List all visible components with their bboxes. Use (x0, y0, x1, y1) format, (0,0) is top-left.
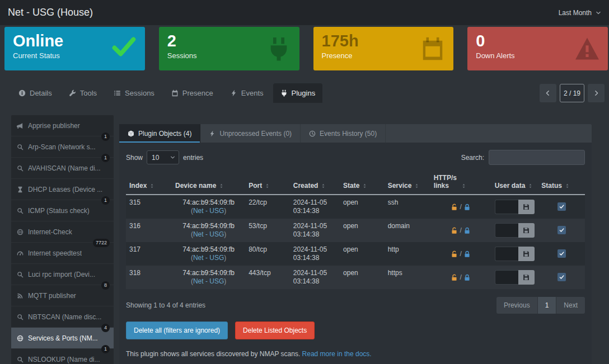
column-label: State (343, 182, 359, 190)
tab-details[interactable]: Details (11, 83, 59, 103)
tab-presence[interactable]: Presence (164, 83, 221, 103)
tab-plugin-objects[interactable]: Plugin Objects (4) (119, 124, 200, 143)
column-header-status[interactable]: Status (538, 171, 585, 195)
cell-device: 74:ac:b9:54:09:fb Net - USG (172, 195, 245, 219)
count-badge: 1 (101, 345, 110, 353)
previous-device-button[interactable] (540, 84, 556, 102)
sidebar-item-arp-scan[interactable]: Arp-Scan (Network s... 1 (11, 136, 114, 158)
search-input[interactable] (489, 150, 585, 165)
entries-label: entries (183, 154, 203, 162)
sidebar-item-label: Internet speedtest (28, 249, 82, 257)
cell-index: 317 (126, 242, 172, 266)
tab-unprocessed-events[interactable]: Unprocessed Events (0) (200, 124, 301, 143)
user-data-input[interactable] (495, 270, 518, 285)
tab-plugins[interactable]: Plugins (273, 83, 323, 103)
column-header-state[interactable]: State (340, 171, 385, 195)
column-header-port[interactable]: Port (245, 171, 290, 195)
plugin-panel: Plugin Objects (4) Unprocessed Events (0… (119, 124, 592, 364)
sidebar-item-services-ports[interactable]: Services & Ports (NM... 4 (11, 328, 114, 349)
tab-events-history[interactable]: Events History (50) (301, 124, 386, 143)
status-checkbox[interactable] (558, 273, 566, 281)
plugin-description-text: This plugin shows all services discovere… (126, 350, 300, 358)
status-checkbox[interactable] (558, 226, 566, 234)
sidebar-item-nbtscan[interactable]: NBTSCAN (Name disc... (11, 306, 114, 328)
http-link-icon[interactable] (451, 250, 458, 258)
time-range-select[interactable]: Last Month (559, 9, 601, 17)
tab-label: Plugin Objects (4) (138, 130, 191, 138)
list-icon (114, 89, 121, 97)
next-device-button[interactable] (588, 84, 605, 102)
tab-tools[interactable]: Tools (62, 83, 104, 103)
column-header-http-links[interactable]: HTTP/s links (430, 171, 491, 195)
docs-link[interactable]: Read more in the docs. (302, 350, 372, 358)
https-link-icon[interactable] (463, 274, 471, 281)
cell-user-data (491, 219, 538, 242)
sort-icon (565, 183, 570, 189)
user-data-input[interactable] (495, 200, 518, 214)
delete-listed-button[interactable]: Delete Listed Objects (235, 322, 315, 339)
https-link-icon[interactable] (463, 204, 471, 211)
column-header-user-data[interactable]: User data (491, 171, 538, 195)
sidebar-item-luci-rpc-import[interactable]: Luci rpc import (Devi... (11, 264, 114, 285)
delete-all-button[interactable]: Delete all (filters are ignored) (126, 322, 228, 339)
sidebar-item-nslookup[interactable]: NSLOOKUP (Name di... 1 (11, 349, 114, 364)
column-header-created[interactable]: Created (290, 171, 340, 195)
check-icon (559, 228, 564, 233)
column-label: Port (249, 182, 262, 190)
column-header-device-name[interactable]: Device name (172, 171, 245, 195)
cell-service: ssh (385, 195, 430, 219)
sidebar-item-label: Internet-Check (28, 228, 72, 236)
page-size-select[interactable]: 10 (147, 150, 179, 164)
device-link[interactable]: Net - USG (193, 254, 224, 262)
save-user-data-button[interactable] (518, 247, 535, 261)
user-data-input[interactable] (495, 247, 518, 261)
check-icon (110, 33, 137, 60)
user-data-input[interactable] (495, 223, 518, 238)
column-label: Status (541, 182, 562, 190)
http-link-icon[interactable] (451, 227, 458, 234)
previous-page-button[interactable]: Previous (496, 297, 538, 314)
tab-events[interactable]: Events (223, 83, 271, 103)
sidebar-item-icmp[interactable]: ICMP (Status check) 1 (11, 200, 114, 221)
sidebar-item-mqtt-publisher[interactable]: MQTT publisher 8 (11, 285, 114, 306)
tab-sessions[interactable]: Sessions (106, 83, 162, 103)
table-row: 315 74:ac:b9:54:09:fb Net - USG 22/tcp 2… (126, 195, 585, 219)
count-badge: 1 (101, 154, 110, 162)
device-link[interactable]: Net - USG (193, 277, 224, 285)
sidebar-item-label: MQTT publisher (28, 292, 76, 300)
column-header-index[interactable]: Index (126, 171, 172, 195)
status-checkbox[interactable] (558, 202, 566, 211)
table-pagination: Previous 1 Next (496, 297, 585, 314)
save-user-data-button[interactable] (518, 200, 535, 214)
sidebar-item-avahiscan[interactable]: AVAHISCAN (Name di... 1 (11, 158, 114, 179)
https-link-icon[interactable] (463, 250, 471, 258)
column-header-service[interactable]: Service (385, 171, 430, 195)
count-badge: 1 (101, 133, 110, 141)
https-link-icon[interactable] (463, 227, 471, 234)
http-link-icon[interactable] (451, 204, 458, 211)
sidebar-item-internet-speedtest[interactable]: Internet speedtest 7722 (11, 243, 114, 264)
next-page-button[interactable]: Next (556, 297, 585, 314)
cell-http-links (430, 242, 491, 266)
device-link[interactable]: Net - USG (193, 207, 224, 215)
cell-http-links (430, 195, 491, 219)
cell-state: open (340, 266, 385, 289)
tab-label: Unprocessed Events (0) (219, 130, 292, 138)
hourglass-icon (17, 186, 24, 193)
cell-service: domain (385, 219, 430, 242)
page-1-button[interactable]: 1 (538, 297, 557, 314)
plugin-description: This plugin shows all services discovere… (119, 339, 592, 358)
cell-port: 53/tcp (245, 219, 290, 242)
http-link-icon[interactable] (451, 274, 458, 281)
sidebar-item-apprise-publisher[interactable]: Apprise publisher (11, 115, 114, 136)
save-user-data-button[interactable] (518, 223, 535, 238)
status-checkbox[interactable] (558, 249, 566, 258)
page-size-value: 10 (152, 154, 159, 162)
cell-port: 22/tcp (245, 195, 290, 219)
cell-port: 443/tcp (245, 266, 290, 289)
save-user-data-button[interactable] (518, 270, 535, 285)
device-link[interactable]: Net - USG (193, 230, 224, 238)
sidebar-item-dhcp-leases[interactable]: DHCP Leases (Device ... (11, 179, 114, 200)
cell-index: 316 (126, 219, 172, 242)
time-range-value: Last Month (559, 9, 592, 17)
